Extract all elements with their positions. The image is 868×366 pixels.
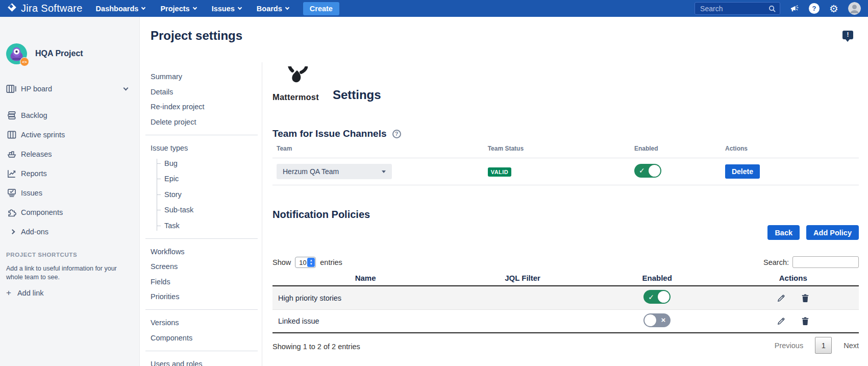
team-table-row: Herzum QA Team VALID ✓ × Delete	[272, 158, 859, 185]
nav-item-boards[interactable]: Boards	[257, 5, 289, 13]
sidebar-item-components[interactable]: Components	[0, 203, 140, 222]
team-enabled-toggle[interactable]: ✓ ×	[634, 164, 661, 178]
menu-item-versions[interactable]: Versions	[151, 318, 258, 328]
menu-item-workflows[interactable]: Workflows	[151, 247, 258, 257]
project-sidebar: <> HQA Project HP board Backlog	[0, 17, 140, 366]
add-policy-button[interactable]: Add Policy	[806, 225, 859, 240]
search-input[interactable]	[695, 5, 780, 13]
feedback-icon[interactable]: !	[842, 31, 853, 39]
sidebar-item-active-sprints[interactable]: Active sprints	[0, 125, 140, 144]
policy-enabled-toggle[interactable]: ✓ ×	[643, 313, 671, 327]
delete-team-button[interactable]: Delete	[725, 164, 760, 179]
edit-policy-button[interactable]	[777, 316, 786, 326]
check-icon: ✓	[648, 292, 654, 301]
sidebar-item-issues[interactable]: Issues	[0, 183, 140, 203]
search-icon	[768, 5, 776, 13]
menu-item-issue-types[interactable]: Issue types	[151, 143, 258, 153]
next-page-button[interactable]: Next	[844, 341, 859, 350]
col-actions: Actions	[728, 274, 859, 282]
gear-icon[interactable]: ⚙	[829, 4, 838, 14]
menu-item-reindex-project[interactable]: Re-index project	[151, 102, 258, 112]
policies-search-input[interactable]	[792, 256, 859, 268]
x-icon: ×	[661, 315, 665, 324]
toggle-knob	[644, 314, 656, 326]
menu-item-summary[interactable]: Summary	[151, 72, 258, 82]
help-circle-icon[interactable]: ?	[392, 130, 401, 138]
policies-buttons: Back Add Policy	[767, 225, 859, 240]
menu-item-epic[interactable]: Epic	[164, 174, 258, 184]
edit-policy-button[interactable]	[777, 294, 786, 303]
reports-icon	[6, 168, 17, 179]
chevron-down-icon	[285, 5, 289, 9]
menu-item-fields[interactable]: Fields	[151, 277, 258, 287]
menu-item-details[interactable]: Details	[151, 87, 258, 97]
col-name: Name	[272, 274, 458, 282]
policies-search: Search:	[763, 256, 859, 268]
chevron-down-icon	[123, 85, 129, 90]
megaphone-icon[interactable]	[790, 5, 799, 13]
col-actions: Actions	[721, 145, 859, 158]
team-status-badge: VALID	[488, 167, 512, 177]
project-name: HQA Project	[35, 49, 83, 58]
jira-logo[interactable]: Jira Software	[0, 3, 83, 14]
delete-policy-button[interactable]	[801, 294, 809, 303]
help-icon[interactable]: ?	[809, 3, 820, 14]
table-summary: Showing 1 to 2 of 2 entries	[272, 343, 360, 351]
board-icon	[6, 84, 17, 93]
entries-per-page-select[interactable]: 10 ▲▼	[295, 257, 316, 268]
policy-row: Linked issue ✓ ×	[272, 310, 859, 333]
board-label: HP board	[21, 85, 52, 93]
user-avatar[interactable]	[848, 2, 861, 15]
nav-item-projects[interactable]: Projects	[160, 5, 196, 13]
back-button[interactable]: Back	[767, 225, 800, 240]
nav-item-issues[interactable]: Issues	[212, 5, 241, 13]
sidebar-item-releases[interactable]: Releases	[0, 144, 140, 164]
menu-item-users-and-roles[interactable]: Users and roles	[151, 359, 258, 366]
project-shortcuts-heading: PROJECT SHORTCUTS	[6, 252, 77, 258]
top-navbar: Jira Software Dashboards Projects Issues…	[0, 0, 868, 17]
menu-item-components[interactable]: Components	[151, 333, 258, 343]
col-team-status: Team Status	[484, 145, 630, 158]
components-icon	[6, 207, 17, 217]
menu-item-story[interactable]: Story	[164, 190, 258, 200]
sidebar-item-backlog[interactable]: Backlog	[0, 106, 140, 125]
toggle-knob	[649, 165, 660, 177]
nav-item-dashboards[interactable]: Dashboards	[96, 5, 145, 13]
policy-enabled-toggle[interactable]: ✓ ×	[643, 290, 671, 304]
pencil-icon	[777, 294, 786, 303]
mattermost-logo: Mattermost	[272, 66, 319, 102]
page-title: Project settings	[151, 29, 242, 43]
code-badge-icon: <>	[20, 57, 29, 66]
menu-item-screens[interactable]: Screens	[151, 262, 258, 272]
create-button[interactable]: Create	[303, 2, 339, 15]
sidebar-item-reports[interactable]: Reports	[0, 164, 140, 183]
menu-item-task[interactable]: Task	[164, 221, 258, 231]
chevron-down-icon	[238, 5, 242, 9]
add-link-button[interactable]: + Add link	[6, 288, 44, 298]
delete-policy-button[interactable]	[801, 316, 809, 326]
project-avatar[interactable]: <>	[6, 43, 27, 64]
search-label: Search:	[763, 258, 789, 266]
page-number-button[interactable]: 1	[815, 337, 832, 354]
chevron-right-icon	[6, 230, 17, 233]
notification-policies-heading: Notification Policies	[272, 209, 370, 221]
mattermost-header: Mattermost Settings	[272, 66, 381, 102]
plugin-settings-title: Settings	[333, 88, 381, 102]
issues-icon	[6, 188, 17, 198]
sidebar-item-addons[interactable]: Add-ons	[0, 222, 140, 241]
menu-divider	[145, 309, 258, 310]
menu-item-subtask[interactable]: Sub-task	[164, 205, 258, 215]
menu-item-bug[interactable]: Bug	[164, 159, 258, 168]
col-enabled: Enabled	[630, 145, 721, 158]
releases-icon	[6, 149, 17, 159]
menu-item-delete-project[interactable]: Delete project	[151, 117, 258, 127]
trash-icon	[801, 316, 809, 326]
team-dropdown[interactable]: Herzum QA Team	[277, 164, 392, 179]
previous-page-button[interactable]: Previous	[775, 341, 803, 350]
col-jql-filter: JQL Filter	[458, 274, 587, 282]
menu-item-priorities[interactable]: Priorities	[151, 292, 258, 302]
mattermost-wordmark: Mattermost	[272, 92, 319, 102]
jira-logo-icon	[7, 3, 17, 14]
plus-icon: +	[6, 288, 11, 298]
board-selector[interactable]: HP board	[0, 82, 140, 95]
